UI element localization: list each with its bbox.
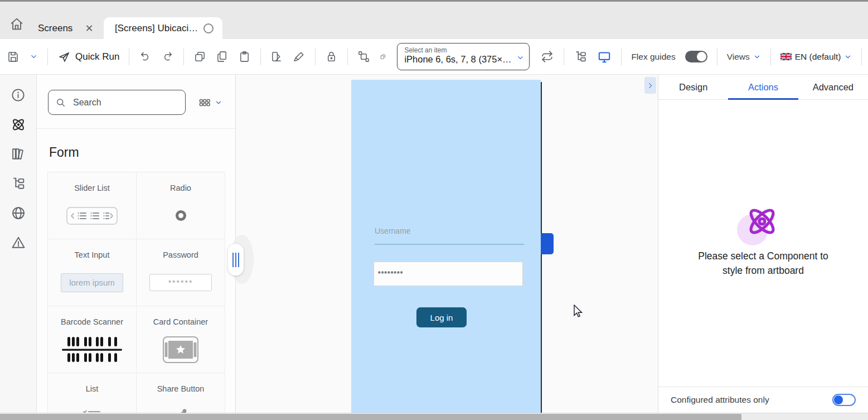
component-password[interactable]: Password ****** [137, 239, 225, 306]
configured-attributes-toggle[interactable] [832, 394, 856, 406]
drag-grip-icon [228, 244, 244, 276]
duplicate-icon [216, 50, 229, 63]
group-button[interactable] [357, 50, 370, 63]
login-button[interactable]: Log in [416, 307, 467, 327]
component-label: Radio [170, 184, 191, 192]
password-preview: ****** [168, 278, 193, 287]
palette-resize-handle[interactable] [228, 244, 244, 276]
tab-design[interactable]: Design [658, 75, 728, 99]
lock-button[interactable] [325, 50, 338, 63]
flex-guides-toggle[interactable] [685, 51, 707, 62]
preview-monitor-button[interactable] [597, 50, 612, 64]
copy-icon [193, 50, 206, 63]
grid-view-icon [198, 96, 211, 109]
tab-screens-ubicaci[interactable]: [Screens] Ubicaci… [104, 17, 222, 39]
toolbar-divider [770, 49, 771, 65]
username-field[interactable]: Username [375, 226, 524, 245]
tab-design-label: Design [679, 82, 707, 93]
duplicate-button[interactable] [216, 50, 229, 63]
swap-orientation-button[interactable] [540, 50, 554, 64]
component-radio[interactable]: Radio [137, 172, 225, 239]
ungroup-button[interactable] [380, 50, 386, 63]
component-palette: Form Slider List Radio [37, 75, 236, 413]
chevron-down-icon [516, 54, 525, 62]
paste-button[interactable] [238, 50, 251, 63]
component-tree-button[interactable] [574, 50, 588, 64]
info-icon [11, 88, 26, 103]
tab-bar: Screens ✕ [Screens] Ubicaci… [0, 2, 868, 39]
info-button[interactable] [11, 87, 26, 103]
styles-icon [270, 50, 283, 63]
password-field[interactable]: ******** [374, 262, 523, 286]
inspector-expand-button[interactable] [644, 77, 656, 94]
palette-search-row [37, 75, 235, 129]
globe-button[interactable] [11, 205, 26, 221]
tab-advanced-label: Advanced [813, 82, 854, 93]
horizontal-scrollbar[interactable] [0, 413, 868, 420]
mouse-cursor [573, 305, 584, 319]
component-list[interactable]: List [48, 373, 136, 413]
home-button[interactable] [9, 16, 25, 32]
component-slider-list[interactable]: Slider List [48, 172, 136, 239]
warnings-button[interactable] [11, 235, 26, 250]
copy-button[interactable] [193, 50, 206, 63]
component-card-container[interactable]: Card Container [137, 306, 225, 373]
radio-icon [176, 210, 186, 221]
component-label: Slider List [74, 184, 110, 192]
save-button[interactable] [7, 50, 20, 64]
quick-run-button[interactable]: Quick Run [57, 50, 119, 64]
selection-handle[interactable] [541, 233, 554, 254]
toolbar: Quick Run [0, 39, 868, 75]
phone-artboard[interactable]: Username ******** Log in [351, 80, 541, 414]
quick-run-label: Quick Run [75, 51, 119, 62]
text-input-icon: lorem ipsum [61, 273, 123, 292]
components-button[interactable] [11, 117, 26, 132]
tab-actions[interactable]: Actions [728, 75, 798, 99]
component-label: Card Container [153, 317, 208, 326]
search-input[interactable] [73, 98, 168, 108]
login-button-label: Log in [430, 313, 453, 322]
scrollbar-thumb[interactable] [0, 414, 741, 420]
canvas[interactable]: Username ******** Log in [236, 75, 658, 413]
component-label: List [86, 384, 99, 393]
view-mode-button[interactable] [198, 96, 222, 109]
toolbar-divider [47, 49, 48, 65]
toggle-knob [834, 395, 843, 404]
save-options-button[interactable] [30, 52, 38, 61]
save-icon [7, 50, 20, 64]
ungroup-icon [380, 50, 386, 63]
monitor-icon [597, 50, 612, 64]
library-button[interactable] [11, 146, 26, 162]
component-barcode-scanner[interactable]: Barcode Scanner [48, 306, 136, 373]
barcode-icon [48, 326, 136, 373]
toolbar-divider [717, 49, 717, 65]
toolbar-divider [183, 49, 184, 65]
device-select-value: iPhone 6, 6s, 7, 8 (375×… [404, 54, 513, 65]
group-icon [357, 50, 370, 63]
tree-icon [11, 176, 26, 191]
paste-icon [238, 50, 251, 63]
component-share-button[interactable]: Share Button [137, 373, 225, 413]
redo-button[interactable] [161, 50, 174, 63]
toolbar-divider [347, 49, 348, 65]
styles-button[interactable] [270, 50, 283, 63]
chevron-down-icon [215, 99, 222, 107]
tab-advanced[interactable]: Advanced [798, 75, 868, 99]
navigation-tree-button[interactable] [11, 176, 26, 191]
device-select-dropdown[interactable]: Select an item iPhone 6, 6s, 7, 8 (375×… [397, 43, 530, 70]
search-box[interactable] [48, 90, 186, 115]
brush-button[interactable] [293, 50, 306, 63]
atom-icon [744, 203, 780, 240]
close-icon[interactable]: ✕ [85, 22, 93, 35]
device-select-label: Select an item [404, 46, 513, 54]
undo-button[interactable] [139, 50, 152, 63]
palette-section-title: Form [49, 145, 235, 160]
chevron-right-icon [647, 82, 654, 89]
send-icon [57, 50, 71, 64]
inspector-tabs: Design Actions Advanced [658, 75, 868, 100]
tab-screens[interactable]: Screens ✕ [38, 18, 93, 38]
app-window: Screens ✕ [Screens] Ubicaci… Quick Run [0, 0, 868, 420]
language-dropdown[interactable]: EN (default) [780, 52, 852, 62]
views-dropdown[interactable]: Views [727, 52, 761, 62]
component-text-input[interactable]: Text Input lorem ipsum [48, 239, 136, 306]
